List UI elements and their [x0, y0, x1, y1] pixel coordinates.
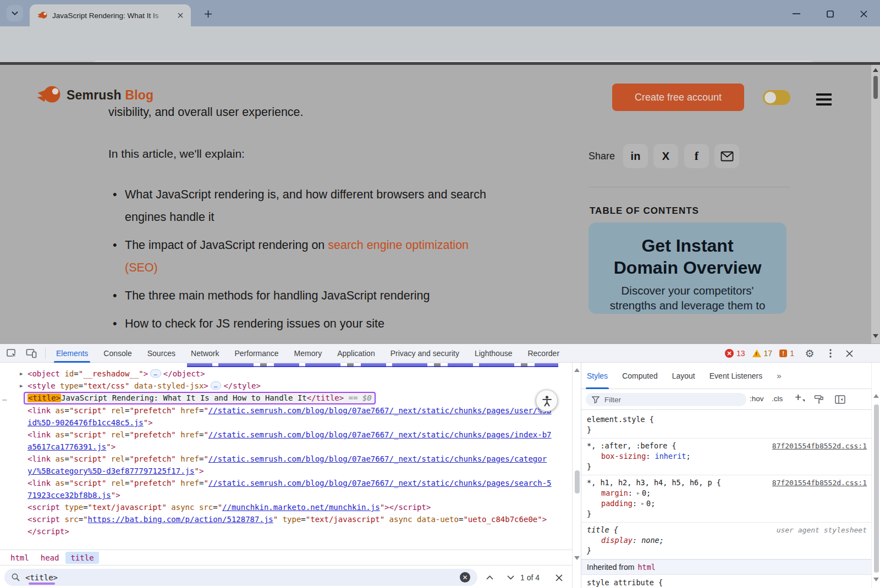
dom-node[interactable]: <link as="script" rel="prefetch" href="/… — [28, 404, 552, 429]
css-declaration[interactable]: display: none; — [587, 535, 866, 546]
styles-tab[interactable]: Computed — [622, 363, 658, 389]
window-minimize-button[interactable] — [789, 7, 804, 21]
search-next-button[interactable] — [504, 571, 517, 584]
code-token: as — [51, 454, 64, 463]
window-maximize-button[interactable] — [822, 7, 838, 21]
devtools-tab[interactable]: Application — [329, 344, 383, 363]
resource-link[interactable]: //munchkin.marketo.net/munchkin.js — [222, 503, 380, 512]
css-declaration[interactable]: box-sizing: inherit; — [587, 451, 866, 462]
code-token[interactable]: … — [150, 369, 161, 378]
error-icon: ✕ — [725, 349, 734, 358]
tab-search-button[interactable] — [7, 5, 23, 21]
scroll-down-arrow[interactable] — [574, 556, 580, 560]
inspect-element-icon[interactable] — [6, 348, 17, 359]
scroll-up-arrow[interactable] — [873, 394, 879, 398]
search-clear-button[interactable]: ✕ — [460, 572, 470, 583]
search-field[interactable]: ✕ — [4, 569, 477, 586]
dom-node[interactable]: <script type="text/javascript" async src… — [28, 501, 552, 513]
share-x-button[interactable]: X — [653, 144, 678, 168]
dom-node[interactable]: <link as="script" rel="prefetch" href="/… — [28, 429, 552, 453]
devtools-tab[interactable]: Lighthouse — [467, 344, 520, 363]
devtools-tab[interactable]: Performance — [227, 344, 286, 363]
breadcrumb-item[interactable]: html — [6, 552, 34, 564]
scroll-down-arrow[interactable] — [873, 578, 879, 581]
article-intro: In this article, we'll explain: — [108, 147, 245, 160]
scroll-up-arrow[interactable] — [873, 68, 878, 72]
devtools-tab[interactable]: Memory — [287, 344, 330, 363]
code-token: "ueto_c84b7c6e0e" — [463, 515, 542, 524]
console-badges[interactable]: ✕ 13 ! 17 ! 1 — [725, 344, 799, 363]
css-rule[interactable]: *, h1, h2, h3, h4, h5, h6, p {87f201554f… — [581, 475, 871, 523]
theme-toggle[interactable] — [763, 90, 790, 105]
css-declaration[interactable]: margin: ▶0; — [587, 488, 866, 498]
scroll-thumb[interactable] — [575, 470, 580, 493]
browser-tab[interactable]: JavaScript Rendering: What It Is — [30, 4, 191, 26]
styles-filter-row: Filter :hov .cls + — [581, 389, 880, 410]
styles-tab[interactable]: Styles — [587, 363, 608, 389]
css-rule[interactable]: title {user agent stylesheetdisplay: non… — [581, 523, 871, 559]
stylesheet-source-link[interactable]: 87f201554fb8552d.css:1 — [772, 441, 867, 451]
share-linkedin-button[interactable]: in — [623, 144, 648, 168]
dom-node[interactable]: …<title>JavaScript Rendering: What It Is… — [28, 392, 552, 404]
scroll-up-arrow[interactable] — [574, 368, 580, 372]
accessibility-widget-button[interactable] — [536, 390, 558, 412]
code-token[interactable]: … — [211, 381, 222, 390]
breadcrumb-item[interactable]: head — [36, 552, 64, 564]
tab-close-icon[interactable] — [176, 11, 185, 20]
domain-overview-card[interactable]: Get InstantDomain Overview Discover your… — [588, 223, 787, 314]
window-close-button[interactable] — [856, 7, 871, 21]
scroll-thumb[interactable] — [873, 76, 878, 99]
devtools-menu-icon[interactable] — [825, 348, 836, 359]
more-tabs-button[interactable]: » — [777, 363, 780, 389]
stylesheet-source-link[interactable]: 87f201554fb8552d.css:1 — [772, 478, 867, 488]
dom-node[interactable]: ▶<object id="__reshadow__">…</object> — [28, 368, 552, 380]
toggle-class-editor[interactable]: .cls — [772, 395, 783, 403]
devtools-tab[interactable]: Console — [96, 344, 139, 363]
hamburger-menu-icon[interactable] — [816, 93, 832, 108]
dock-sidebar-icon[interactable] — [834, 394, 845, 405]
devtools-tab[interactable]: Sources — [140, 344, 183, 363]
device-toolbar-icon[interactable] — [26, 348, 37, 359]
styles-tab[interactable]: Layout — [672, 363, 695, 389]
search-input[interactable] — [25, 573, 410, 582]
tab-strip: JavaScript Rendering: What It Is — [0, 0, 880, 26]
new-tab-button[interactable] — [201, 7, 215, 20]
dom-node[interactable]: <link as="script" rel="prefetch" href="/… — [28, 477, 552, 501]
devtools-close-icon[interactable] — [844, 348, 855, 359]
styles-tab[interactable]: Event Listeners — [710, 363, 763, 389]
css-rule[interactable]: element.style {} — [581, 412, 871, 439]
scroll-thumb[interactable] — [874, 404, 879, 573]
dom-node[interactable]: ▶<style type="text/css" data-styled-jsx>… — [28, 380, 552, 392]
dom-breadcrumbs: htmlheadtitle — [0, 550, 572, 565]
paint-roller-icon[interactable] — [813, 394, 824, 405]
search-close-button[interactable] — [552, 571, 565, 584]
create-account-button[interactable]: Create free account — [612, 84, 744, 111]
page-scrollbar[interactable] — [871, 65, 880, 343]
styles-filter-field[interactable]: Filter — [586, 393, 746, 406]
expand-arrow-icon[interactable]: ▶ — [20, 380, 23, 392]
css-rule[interactable]: *, :after, :before {87f201554fb8552d.css… — [581, 439, 871, 475]
dom-node[interactable]: <link as="script" rel="prefetch" href="/… — [28, 453, 552, 477]
new-style-rule-button[interactable]: + — [795, 391, 801, 404]
devtools-settings-gear-icon[interactable]: ⚙ — [804, 348, 815, 359]
breadcrumb-item[interactable]: title — [65, 552, 98, 564]
scroll-down-arrow[interactable] — [873, 334, 878, 338]
expand-arrow-icon[interactable]: ▶ — [20, 368, 23, 380]
semrush-blog-logo[interactable]: Semrush Blog — [36, 85, 153, 106]
devtools-tab[interactable]: Elements — [48, 344, 96, 363]
css-declaration[interactable]: padding: ▶0; — [587, 498, 866, 509]
toggle-hover-state[interactable]: :hov — [750, 395, 764, 403]
resource-link[interactable]: https://bat.bing.com/p/action/5128787.js — [88, 515, 273, 524]
dom-node[interactable]: <script src="https://bat.bing.com/p/acti… — [28, 513, 552, 525]
styles-scrollbar[interactable] — [871, 363, 880, 588]
share-email-button[interactable] — [714, 144, 739, 168]
code-token: > — [204, 381, 208, 390]
share-facebook-button[interactable]: f — [684, 144, 709, 168]
devtools-tab[interactable]: Recorder — [520, 344, 567, 363]
inherited-html-link[interactable]: html — [637, 563, 656, 572]
devtools-tab[interactable]: Network — [183, 344, 227, 363]
search-previous-button[interactable] — [483, 571, 496, 584]
dom-node[interactable]: </script> — [28, 525, 552, 537]
devtools-tab[interactable]: Privacy and security — [383, 344, 467, 363]
elements-scrollbar[interactable] — [572, 363, 581, 588]
